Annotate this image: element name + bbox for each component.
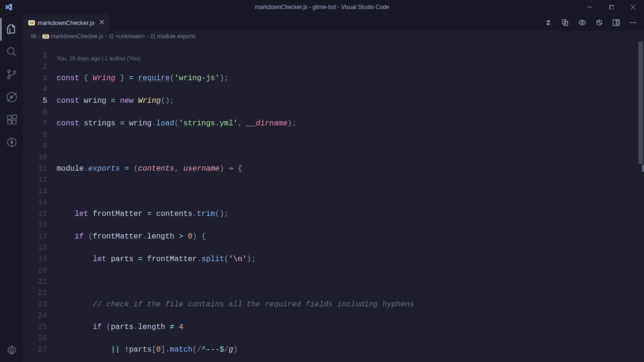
split-editor-icon[interactable] — [611, 17, 621, 28]
svg-point-31 — [635, 22, 636, 24]
code-editor[interactable]: 1234 5678 9101112 13141516 17181920 2122… — [24, 41, 644, 362]
close-button[interactable] — [622, 0, 644, 14]
settings-gear-icon[interactable] — [0, 339, 23, 362]
svg-rect-12 — [8, 115, 11, 119]
svg-rect-13 — [8, 120, 11, 124]
code-content[interactable]: You, 16 days ago | 1 author (You) const … — [57, 41, 644, 362]
line-number-gutter: 1234 5678 9101112 13141516 17181920 2122… — [24, 41, 57, 362]
svg-point-30 — [633, 22, 634, 24]
chevron-right-icon: › — [147, 33, 149, 40]
tab-filename: markdownChecker.js — [38, 19, 95, 26]
breadcrumbs[interactable]: lib › JS markdownChecker.js › ⊡ <unknown… — [24, 31, 644, 41]
vscode-logo-icon — [0, 3, 17, 11]
js-file-icon: JS — [42, 34, 49, 39]
svg-point-17 — [11, 141, 13, 143]
action-icon-3[interactable] — [577, 17, 587, 28]
svg-rect-15 — [13, 115, 17, 119]
svg-rect-28 — [616, 20, 619, 25]
overview-marker — [642, 165, 644, 172]
svg-point-29 — [630, 22, 632, 24]
extensions-icon[interactable] — [0, 108, 23, 131]
svg-rect-2 — [610, 6, 614, 9]
breadcrumb-file[interactable]: markdownChecker.js — [51, 33, 103, 40]
svg-point-7 — [8, 70, 10, 73]
window-controls — [579, 0, 644, 14]
breadcrumb-symbol[interactable]: module.exports — [157, 33, 196, 40]
breadcrumb-folder[interactable]: lib — [31, 33, 37, 40]
window-title: markdownChecker.js - gitme-bot - Visual … — [255, 4, 389, 10]
symbol-icon: ⊡ — [150, 33, 155, 40]
tab-bar: JS markdownChecker.js — [24, 14, 644, 31]
js-file-icon: JS — [28, 20, 35, 25]
action-icon-1[interactable] — [543, 17, 553, 28]
chevron-right-icon: › — [105, 33, 107, 40]
vertical-scrollbar[interactable] — [637, 41, 644, 362]
breadcrumb-symbol[interactable]: <unknown> — [116, 33, 145, 40]
svg-point-9 — [14, 71, 16, 74]
action-icon-2[interactable] — [560, 17, 570, 28]
codelens[interactable]: You, 16 days ago | 1 author (You) — [57, 53, 644, 61]
svg-rect-14 — [12, 120, 16, 124]
debug-icon[interactable] — [0, 86, 23, 108]
editor-area: JS markdownChecker.js lib › JS markdownC… — [24, 14, 644, 362]
explorer-icon[interactable] — [0, 18, 23, 41]
title-bar: markdownChecker.js - gitme-bot - Visual … — [0, 0, 644, 14]
search-icon[interactable] — [0, 41, 23, 63]
chevron-right-icon: › — [39, 33, 41, 40]
activity-bar — [0, 14, 24, 362]
more-actions-icon[interactable] — [628, 17, 638, 28]
source-control-icon[interactable] — [0, 63, 23, 86]
tab-close-icon[interactable] — [99, 19, 105, 26]
scrollbar-thumb[interactable] — [638, 41, 643, 164]
svg-point-5 — [8, 48, 14, 54]
tab-actions — [543, 14, 644, 31]
action-icon-4[interactable] — [594, 17, 604, 28]
gitlens-icon[interactable] — [0, 131, 23, 154]
svg-point-25 — [581, 22, 583, 24]
symbol-icon: ⊡ — [109, 33, 114, 40]
maximize-button[interactable] — [601, 0, 622, 14]
svg-point-20 — [10, 349, 13, 352]
tab-markdownchecker[interactable]: JS markdownChecker.js — [24, 14, 110, 31]
svg-point-8 — [8, 77, 10, 79]
minimize-button[interactable] — [579, 0, 601, 14]
svg-line-6 — [13, 53, 16, 56]
